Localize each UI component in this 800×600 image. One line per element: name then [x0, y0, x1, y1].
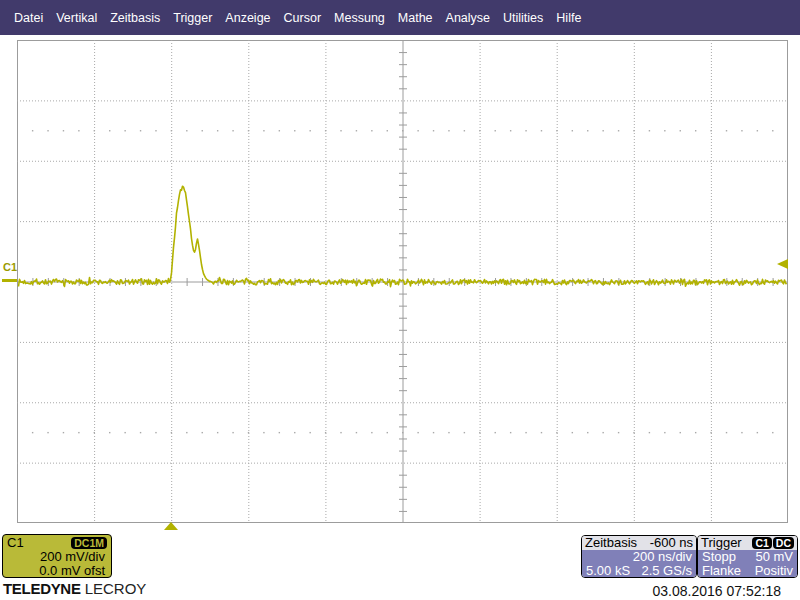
menu-item-trigger[interactable]: Trigger — [167, 8, 218, 28]
trigger-position-arrow-icon[interactable] — [164, 522, 178, 530]
trigger-level: 50 mV — [755, 550, 793, 564]
channel-c1-box[interactable]: C1 DC1M 200 mV/div 0.0 mV ofst — [2, 534, 112, 578]
waveform-display-area — [17, 40, 788, 523]
channel-offset: 0.0 mV ofst — [7, 564, 107, 578]
trigger-slope: Positiv — [755, 564, 793, 578]
timebase-samplerate: 2.5 GS/s — [641, 564, 692, 578]
menu-item-anzeige[interactable]: Anzeige — [219, 8, 276, 28]
trigger-coupling-badge: DC — [773, 537, 794, 549]
menu-item-analyse[interactable]: Analyse — [440, 8, 496, 28]
timebase-title: Zeitbasis — [585, 536, 637, 550]
trigger-mode: Stopp — [702, 550, 736, 564]
menu-item-utilities[interactable]: Utilities — [497, 8, 549, 28]
channel-scale: 200 mV/div — [7, 550, 107, 564]
menu-item-vertikal[interactable]: Vertikal — [50, 8, 103, 28]
oscilloscope-screen: DateiVertikalZeitbasisTriggerAnzeigeCurs… — [0, 0, 800, 600]
channel-trace-label: C1 — [3, 261, 17, 273]
menu-item-messung[interactable]: Messung — [328, 8, 391, 28]
channel-name: C1 — [7, 536, 24, 550]
menu-item-mathe[interactable]: Mathe — [392, 8, 439, 28]
timebase-delay: -600 ns — [650, 536, 693, 550]
menu-item-datei[interactable]: Datei — [8, 8, 49, 28]
menu-item-hilfe[interactable]: Hilfe — [550, 8, 587, 28]
teledyne-lecroy-logo: TELEDYNELECROY — [3, 580, 146, 597]
trigger-box[interactable]: Trigger C1 DC Stopp 50 mV Flanke Positiv — [697, 535, 798, 578]
datetime-display: 03.08.2016 07:52:18 — [653, 583, 781, 599]
timebase-scale: 200 ns/div — [633, 550, 692, 564]
trigger-title: Trigger — [701, 536, 742, 550]
menu-item-zeitbasis[interactable]: Zeitbasis — [104, 8, 166, 28]
coupling-badge: DC1M — [71, 537, 107, 549]
trigger-source-badge: C1 — [752, 537, 771, 549]
trigger-level-arrow-icon[interactable] — [777, 259, 788, 269]
timebase-samples: 5.00 kS — [586, 564, 630, 578]
menu-bar: DateiVertikalZeitbasisTriggerAnzeigeCurs… — [0, 0, 800, 35]
timebase-box[interactable]: Zeitbasis -600 ns 200 ns/div 5.00 kS 2.5… — [581, 535, 697, 578]
menu-item-cursor[interactable]: Cursor — [278, 8, 328, 28]
trigger-slope-label: Flanke — [702, 564, 741, 578]
graticule — [17, 40, 788, 523]
channel-offset-marker[interactable] — [2, 279, 17, 282]
